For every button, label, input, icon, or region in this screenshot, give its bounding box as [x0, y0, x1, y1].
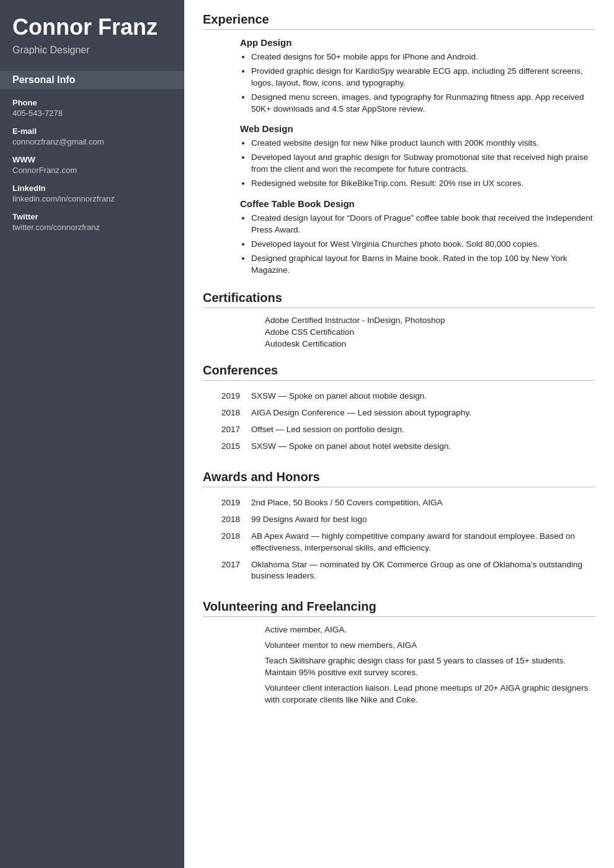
exp-subsection: Web DesignCreated website design for new…: [203, 123, 595, 190]
exp-subsection-title: Coffee Table Book Design: [240, 198, 595, 209]
sidebar-field-value: ConnorFranz.com: [12, 166, 172, 175]
table-row: 201899 Designs Award for best logo: [203, 512, 595, 528]
exp-bullet: Created design layout for “Doors of Prag…: [251, 213, 595, 236]
table-row: 2015SXSW — Spoke on panel about hotel we…: [203, 438, 595, 455]
awards-table: 20192nd Place, 50 Books / 50 Covers comp…: [203, 495, 595, 585]
sidebar-field: Phone405-543-7278: [12, 98, 172, 118]
main-content: Experience App DesignCreated designs for…: [184, 0, 614, 868]
exp-bullet: Designed graphical layout for Barns in M…: [251, 253, 595, 277]
exp-subsection-title: Web Design: [240, 123, 595, 134]
certifications-list: Adobe Certified Instructor - InDesign, P…: [203, 316, 595, 348]
awards-heading: Awards and Honors: [203, 470, 595, 487]
sidebar-field: LinkedInlinkedin.com/in/connorzfranz: [12, 184, 172, 203]
conferences-table: 2019SXSW — Spoke on panel about mobile d…: [203, 388, 595, 455]
sidebar-field: WWWConnorFranz.com: [12, 155, 172, 175]
sidebar-field-label: WWW: [12, 155, 172, 164]
sidebar-field: E-mailconnorzfranz@gmail.com: [12, 126, 172, 146]
volunteer-item: Volunteer mentor to new members, AIGA: [265, 640, 595, 652]
certification-item: Adobe Certified Instructor - InDesign, P…: [265, 316, 595, 325]
certifications-heading: Certifications: [203, 291, 595, 308]
candidate-name: Connor Franz: [12, 15, 172, 40]
conferences-section: Conferences 2019SXSW — Spoke on panel ab…: [203, 363, 595, 455]
table-row: 2018AIGA Design Conference — Led session…: [203, 405, 595, 422]
exp-bullet: Developed layout for West Virginia Churc…: [251, 239, 595, 250]
table-row: 2017Offset — Led session on portfolio de…: [203, 422, 595, 438]
conference-year: 2018: [203, 405, 246, 422]
exp-bullet-list: Created designs for 50+ mobile apps for …: [240, 51, 595, 115]
sidebar-field-value: twitter.com/connorzfranz: [12, 223, 172, 232]
sidebar-field-label: E-mail: [12, 126, 172, 136]
conferences-heading: Conferences: [203, 363, 595, 381]
experience-subsections: App DesignCreated designs for 50+ mobile…: [203, 37, 595, 276]
table-row: 2019SXSW — Spoke on panel about mobile d…: [203, 388, 595, 405]
awards-section: Awards and Honors 20192nd Place, 50 Book…: [203, 470, 595, 585]
conference-desc: SXSW — Spoke on panel about mobile desig…: [246, 388, 595, 405]
award-desc: 99 Designs Award for best logo: [246, 512, 595, 528]
conference-year: 2019: [203, 388, 246, 405]
exp-bullet: Created designs for 50+ mobile apps for …: [251, 51, 595, 63]
award-year: 2017: [203, 557, 246, 585]
sidebar: Connor Franz Graphic Designer Personal I…: [0, 0, 184, 868]
sidebar-field-value: linkedin.com/in/connorzfranz: [12, 194, 172, 203]
exp-subsection-title: App Design: [240, 37, 595, 48]
candidate-title: Graphic Designer: [12, 45, 172, 56]
exp-bullet-list: Created design layout for “Doors of Prag…: [240, 213, 595, 276]
conference-year: 2015: [203, 438, 246, 455]
sidebar-field-label: LinkedIn: [12, 184, 172, 193]
conference-year: 2017: [203, 422, 246, 438]
sidebar-field-label: Phone: [12, 98, 172, 107]
award-year: 2018: [203, 512, 246, 528]
volunteer-item: Volunteer client interaction liaison. Le…: [265, 683, 595, 706]
table-row: 20192nd Place, 50 Books / 50 Covers comp…: [203, 495, 595, 512]
conference-desc: Offset — Led session on portfolio design…: [246, 422, 595, 438]
conference-desc: SXSW — Spoke on panel about hotel websit…: [246, 438, 595, 455]
award-desc: AB Apex Award — highly competitive compa…: [246, 528, 595, 557]
volunteering-list: Active member, AIGA.Volunteer mentor to …: [203, 624, 595, 706]
personal-info-fields: Phone405-543-7278E-mailconnorzfranz@gmai…: [12, 98, 172, 232]
volunteering-heading: Volunteering and Freelancing: [203, 600, 595, 617]
sidebar-field-value: 405-543-7278: [12, 108, 172, 118]
sidebar-field-label: Twitter: [12, 212, 172, 221]
certifications-section: Certifications Adobe Certified Instructo…: [203, 291, 595, 348]
certification-item: Adobe CS5 Certification: [265, 327, 595, 337]
experience-section: Experience App DesignCreated designs for…: [203, 12, 595, 276]
volunteer-item: Teach Skillshare graphic design class fo…: [265, 655, 595, 679]
award-year: 2019: [203, 495, 246, 512]
award-year: 2018: [203, 528, 246, 557]
certification-item: Autodesk Certification: [265, 339, 595, 348]
exp-bullet-list: Created website design for new Nike prod…: [240, 138, 595, 190]
exp-subsection: App DesignCreated designs for 50+ mobile…: [203, 37, 595, 115]
experience-heading: Experience: [203, 12, 595, 30]
award-desc: Oklahoma Star — nominated by OK Commerce…: [246, 557, 595, 585]
conference-desc: AIGA Design Conference — Led session abo…: [246, 405, 595, 422]
award-desc: 2nd Place, 50 Books / 50 Covers competit…: [246, 495, 595, 512]
sidebar-field: Twittertwitter.com/connorzfranz: [12, 212, 172, 232]
exp-subsection: Coffee Table Book DesignCreated design l…: [203, 198, 595, 276]
personal-info-heading: Personal Info: [0, 71, 184, 89]
exp-bullet: Developed layout and graphic design for …: [251, 152, 595, 175]
exp-bullet: Redesigned website for BikeBikeTrip.com.…: [251, 178, 595, 190]
exp-bullet: Designed menu screen, images, and typogr…: [251, 92, 595, 115]
sidebar-field-value: connorzfranz@gmail.com: [12, 137, 172, 146]
exp-bullet: Created website design for new Nike prod…: [251, 138, 595, 149]
table-row: 2017Oklahoma Star — nominated by OK Comm…: [203, 557, 595, 585]
table-row: 2018AB Apex Award — highly competitive c…: [203, 528, 595, 557]
exp-bullet: Provided graphic design for KardioSpy we…: [251, 66, 595, 89]
volunteer-item: Active member, AIGA.: [265, 624, 595, 636]
volunteering-section: Volunteering and Freelancing Active memb…: [203, 600, 595, 706]
